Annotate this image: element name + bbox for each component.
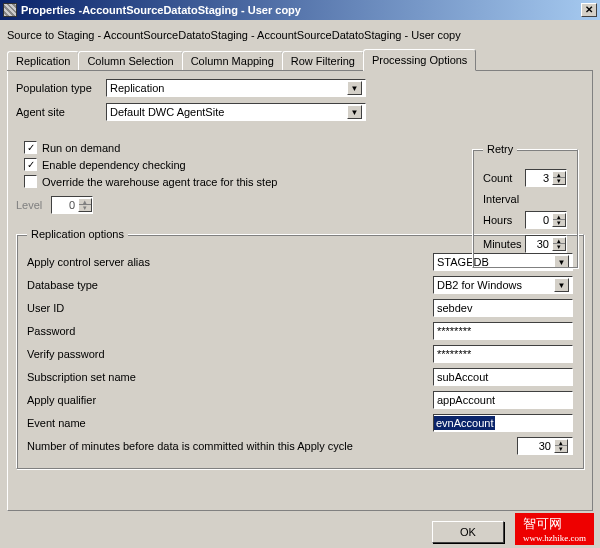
user-id-label: User ID	[27, 302, 433, 314]
ok-button[interactable]: OK	[432, 521, 504, 543]
retry-count-label: Count	[483, 172, 512, 184]
spinner-icon[interactable]: ▴▾	[552, 213, 566, 227]
user-id-input[interactable]	[433, 299, 573, 317]
tab-column-mapping[interactable]: Column Mapping	[182, 51, 283, 70]
watermark: 智可网 www.hzhike.com	[515, 513, 594, 545]
password-input[interactable]	[433, 322, 573, 340]
verify-password-label: Verify password	[27, 348, 433, 360]
sub-set-label: Subscription set name	[27, 371, 433, 383]
retry-interval-label: Interval	[483, 193, 567, 205]
retry-hours-label: Hours	[483, 214, 512, 226]
commit-minutes-label: Number of minutes before data is committ…	[27, 440, 517, 452]
population-type-label: Population type	[16, 82, 106, 94]
retry-minutes-label: Minutes	[483, 238, 522, 250]
tab-panel: Population type Replication ▼ Agent site…	[7, 71, 593, 511]
sub-set-input[interactable]	[433, 368, 573, 386]
retry-hours-input[interactable]: ▴▾	[525, 211, 567, 229]
replication-legend: Replication options	[27, 228, 128, 240]
chevron-down-icon: ▼	[347, 105, 362, 119]
spinner-icon[interactable]: ▴▾	[554, 439, 568, 453]
password-label: Password	[27, 325, 433, 337]
dialog-buttons: OK	[432, 521, 504, 543]
spinner-icon: ▴▾	[78, 198, 92, 212]
verify-password-input[interactable]	[433, 345, 573, 363]
run-on-demand-checkbox[interactable]: ✓	[24, 141, 37, 154]
level-label: Level	[16, 199, 51, 211]
retry-minutes-input[interactable]: ▴▾	[525, 235, 567, 253]
event-name-input[interactable]: evnAccount	[433, 414, 573, 432]
population-type-select[interactable]: Replication ▼	[106, 79, 366, 97]
breadcrumb: Source to Staging - AccountSourceDatatoS…	[7, 25, 593, 49]
enable-dependency-label: Enable dependency checking	[42, 159, 186, 171]
titlebar: Properties -AccountSourceDatatoStaging -…	[0, 0, 600, 20]
commit-minutes-input[interactable]: ▴▾	[517, 437, 573, 455]
spinner-icon[interactable]: ▴▾	[552, 171, 566, 185]
enable-dependency-checkbox[interactable]: ✓	[24, 158, 37, 171]
level-input: ▴▾	[51, 196, 93, 214]
tab-column-selection[interactable]: Column Selection	[78, 51, 182, 70]
event-name-label: Event name	[27, 417, 433, 429]
close-button[interactable]: ✕	[581, 3, 597, 17]
tab-row-filtering[interactable]: Row Filtering	[282, 51, 364, 70]
chevron-down-icon: ▼	[347, 81, 362, 95]
spinner-icon[interactable]: ▴▾	[552, 237, 566, 251]
retry-group: Retry Count ▴▾ Interval Hours ▴▾ Minutes	[472, 143, 578, 268]
retry-count-input[interactable]: ▴▾	[525, 169, 567, 187]
tab-replication[interactable]: Replication	[7, 51, 79, 70]
apply-qualifier-input[interactable]	[433, 391, 573, 409]
retry-legend: Retry	[483, 143, 517, 155]
chevron-down-icon: ▼	[554, 278, 569, 292]
agent-site-select[interactable]: Default DWC AgentSite ▼	[106, 103, 366, 121]
apply-qualifier-label: Apply qualifier	[27, 394, 433, 406]
tab-strip: Replication Column Selection Column Mapp…	[7, 49, 593, 71]
db-type-select[interactable]: DB2 for Windows ▼	[433, 276, 573, 294]
window-title: Properties -AccountSourceDatatoStaging -…	[21, 4, 301, 16]
app-icon	[3, 3, 17, 17]
override-trace-label: Override the warehouse agent trace for t…	[42, 176, 277, 188]
tab-processing-options[interactable]: Processing Options	[363, 49, 476, 71]
db-type-label: Database type	[27, 279, 433, 291]
override-trace-checkbox[interactable]	[24, 175, 37, 188]
apply-server-label: Apply control server alias	[27, 256, 433, 268]
run-on-demand-label: Run on demand	[42, 142, 120, 154]
agent-site-label: Agent site	[16, 106, 106, 118]
